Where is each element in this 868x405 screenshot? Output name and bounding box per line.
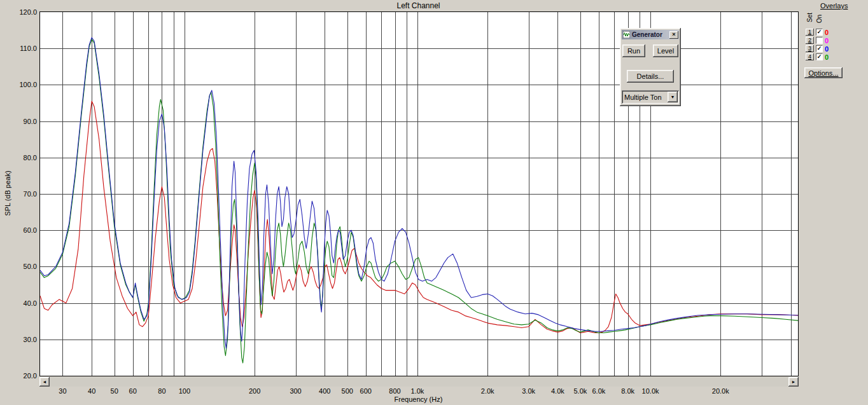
- dropdown-arrow-icon[interactable]: ▼: [668, 92, 678, 102]
- y-tick-label: 20.0: [10, 372, 37, 380]
- left-arrow-icon: ◄: [43, 377, 47, 387]
- overlay-set-button[interactable]: 1: [806, 29, 814, 36]
- overlay-set-button[interactable]: 3: [806, 45, 814, 52]
- overlay-set-button[interactable]: 2: [806, 37, 814, 44]
- overlay-row: 4✓0: [806, 53, 829, 61]
- x-tick-label: 2.0k: [472, 387, 503, 395]
- run-button[interactable]: Run: [622, 45, 645, 57]
- y-tick-label: 70.0: [10, 190, 37, 198]
- overlay-row: 3✓0: [806, 45, 829, 53]
- x-tick-label: 600: [350, 387, 382, 395]
- spl-chart-canvas: [40, 12, 798, 376]
- x-tick-label: 6.0k: [583, 387, 615, 395]
- overlay-rows: 1✓0203✓04✓0: [806, 28, 829, 61]
- overlays-col-set-label: Set: [806, 13, 813, 22]
- overlay-value: 0: [825, 45, 829, 53]
- y-tick-label: 80.0: [10, 154, 37, 161]
- x-tick-label: 200: [239, 387, 270, 395]
- generator-titlebar[interactable]: Generator ×: [622, 30, 679, 39]
- signal-type-value: Multiple Ton: [622, 93, 668, 101]
- y-tick-label: 60.0: [10, 226, 37, 234]
- y-tick-label: 120.0: [10, 8, 37, 16]
- x-axis-title: Frequency (Hz): [39, 395, 797, 403]
- generator-dialog: Generator × Run Level Details... Multipl…: [620, 28, 681, 106]
- overlay-value: 0: [825, 37, 829, 45]
- options-button[interactable]: Options...: [804, 67, 843, 78]
- overlay-on-checkbox[interactable]: ✓: [816, 53, 823, 60]
- y-tick-label: 110.0: [10, 45, 37, 52]
- chart-title: Left Channel: [39, 1, 797, 10]
- app-window: Left Channel SPL (dB peak) 120.0110.0100…: [0, 0, 868, 405]
- x-tick-label: 20.0k: [704, 387, 736, 395]
- scrollbar-track[interactable]: [50, 377, 788, 387]
- generator-title: Generator: [632, 31, 668, 38]
- overlay-on-checkbox[interactable]: ✓: [816, 29, 823, 36]
- x-tick-label: 30: [46, 387, 78, 395]
- overlay-row: 1✓0: [806, 28, 829, 36]
- overlays-col-on-label: On: [816, 15, 823, 23]
- y-tick-label: 40.0: [10, 299, 37, 307]
- overlay-on-checkbox[interactable]: ✓: [816, 45, 823, 52]
- overlay-value: 0: [825, 29, 829, 36]
- x-tick-label: 1.0k: [402, 387, 433, 395]
- x-tick-label: 300: [280, 387, 312, 395]
- trace-overlay-1-red: [40, 101, 798, 333]
- details-button[interactable]: Details...: [627, 70, 674, 83]
- plot-area: [39, 11, 799, 376]
- overlays-title[interactable]: Overlays: [820, 2, 848, 10]
- x-tick-label: 60: [117, 387, 149, 395]
- close-icon[interactable]: ×: [669, 31, 678, 39]
- overlay-row: 20: [806, 36, 829, 45]
- y-tick-label: 90.0: [10, 118, 37, 125]
- right-arrow-icon: ►: [792, 377, 796, 387]
- x-tick-label: 100: [169, 387, 200, 395]
- y-tick-label: 30.0: [10, 336, 37, 343]
- scroll-left-button[interactable]: ◄: [39, 377, 50, 387]
- x-tick-label: 10.0k: [634, 387, 666, 395]
- x-tick-label: 3.0k: [513, 387, 545, 395]
- signal-type-select[interactable]: Multiple Ton ▼: [622, 90, 679, 104]
- level-button[interactable]: Level: [653, 45, 678, 57]
- overlay-value: 0: [825, 53, 829, 61]
- scroll-right-button[interactable]: ►: [788, 377, 799, 387]
- waveform-icon: [623, 31, 630, 38]
- overlays-panel: Overlays Set On 1✓0203✓04✓0 Options...: [802, 0, 868, 89]
- overlay-on-checkbox[interactable]: [816, 37, 823, 44]
- generator-button-row: Run Level: [622, 45, 678, 57]
- y-tick-label: 100.0: [10, 81, 37, 88]
- overlay-set-button[interactable]: 4: [806, 53, 814, 60]
- h-scrollbar[interactable]: ◄ ►: [39, 377, 799, 387]
- y-tick-label: 50.0: [10, 263, 37, 270]
